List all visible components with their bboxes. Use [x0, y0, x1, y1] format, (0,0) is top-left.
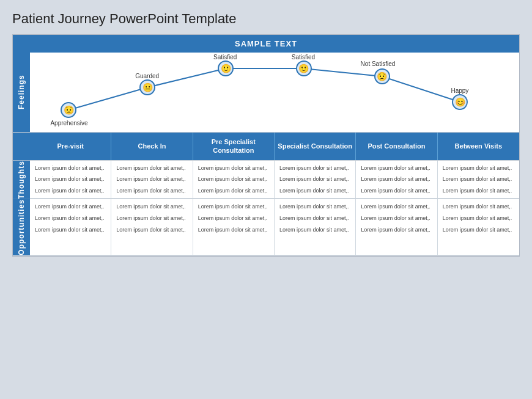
- cell-text-1: Lorem ipsum dolor sit amet,.: [198, 175, 269, 183]
- feelings-chart: 😟Apprehensive😐Guarded🙂Satisfied🙂Satisfie…: [30, 53, 519, 132]
- data-cell: Lorem ipsum dolor sit amet,.Lorem ipsum …: [356, 199, 437, 255]
- cell-text-0: Lorem ipsum dolor sit amet,.: [116, 164, 187, 172]
- feeling-label-2: Satisfied: [213, 54, 237, 60]
- feelings-row: Feelings 😟Apprehensive😐Guarded🙂Satisfied…: [13, 53, 519, 133]
- cell-text-1: Lorem ipsum dolor sit amet,.: [198, 214, 269, 222]
- feeling-emoji-3: 🙂: [296, 60, 312, 76]
- cell-text-1: Lorem ipsum dolor sit amet,.: [35, 175, 106, 183]
- feeling-emoji-2: 🙂: [218, 60, 234, 76]
- cell-text-2: Lorem ipsum dolor sit amet,.: [198, 226, 269, 234]
- cell-text-0: Lorem ipsum dolor sit amet,.: [198, 164, 269, 172]
- thoughts-label: Thoughts: [13, 161, 30, 199]
- col-header-2: Pre Specialist Consultation: [193, 133, 275, 160]
- feeling-label-0: Apprehensive: [50, 120, 87, 126]
- data-cell: Lorem ipsum dolor sit amet,.Lorem ipsum …: [30, 199, 111, 255]
- headers-row: Pre-visitCheck InPre Specialist Consulta…: [13, 133, 519, 161]
- data-cell: Lorem ipsum dolor sit amet,.Lorem ipsum …: [438, 199, 519, 255]
- data-cell: Lorem ipsum dolor sit amet,.Lorem ipsum …: [193, 199, 275, 255]
- cell-text-1: Lorem ipsum dolor sit amet,.: [361, 214, 432, 222]
- data-cell: Lorem ipsum dolor sit amet,.Lorem ipsum …: [438, 161, 519, 199]
- cell-text-1: Lorem ipsum dolor sit amet,.: [361, 175, 432, 183]
- cell-text-2: Lorem ipsum dolor sit amet,.: [443, 226, 514, 234]
- cell-text-2: Lorem ipsum dolor sit amet,.: [279, 187, 350, 195]
- cell-text-2: Lorem ipsum dolor sit amet,.: [361, 226, 432, 234]
- cell-text-1: Lorem ipsum dolor sit amet,.: [443, 214, 514, 222]
- cell-text-2: Lorem ipsum dolor sit amet,.: [198, 187, 269, 195]
- page-title: Patient Journey PowerPoint Template: [12, 11, 520, 27]
- headers-grid: Pre-visitCheck InPre Specialist Consulta…: [30, 133, 519, 160]
- col-header-4: Post Consultation: [356, 133, 437, 160]
- cell-text-2: Lorem ipsum dolor sit amet,.: [35, 226, 106, 234]
- feeling-label-5: Happy: [451, 87, 468, 94]
- feeling-label-3: Satisfied: [292, 54, 315, 60]
- cell-text-1: Lorem ipsum dolor sit amet,.: [116, 214, 187, 222]
- cell-text-1: Lorem ipsum dolor sit amet,.: [279, 175, 350, 183]
- sample-text-bar: SAMPLE TEXT: [13, 35, 519, 53]
- cell-text-2: Lorem ipsum dolor sit amet,.: [443, 187, 514, 195]
- feeling-emoji-1: 😐: [139, 79, 155, 95]
- cell-text-0: Lorem ipsum dolor sit amet,.: [198, 203, 269, 211]
- feeling-emoji-4: 😟: [374, 68, 390, 84]
- data-cell: Lorem ipsum dolor sit amet,.Lorem ipsum …: [111, 161, 193, 199]
- col-header-5: Between Visits: [438, 133, 519, 160]
- opportunities-section: Opportunities Lorem ipsum dolor sit amet…: [13, 199, 519, 256]
- main-container: SAMPLE TEXT Feelings 😟Apprehensive😐Guard…: [12, 34, 520, 257]
- cell-text-0: Lorem ipsum dolor sit amet,.: [443, 164, 514, 172]
- cell-text-0: Lorem ipsum dolor sit amet,.: [279, 164, 350, 172]
- data-cell: Lorem ipsum dolor sit amet,.Lorem ipsum …: [275, 199, 356, 255]
- cell-text-1: Lorem ipsum dolor sit amet,.: [116, 175, 187, 183]
- cell-text-0: Lorem ipsum dolor sit amet,.: [35, 164, 106, 172]
- col-header-3: Specialist Consultation: [275, 133, 356, 160]
- cell-text-2: Lorem ipsum dolor sit amet,.: [116, 226, 187, 234]
- cell-text-1: Lorem ipsum dolor sit amet,.: [443, 175, 514, 183]
- cell-text-0: Lorem ipsum dolor sit amet,.: [279, 203, 350, 211]
- opportunities-grid: Lorem ipsum dolor sit amet,.Lorem ipsum …: [30, 199, 519, 255]
- cell-text-0: Lorem ipsum dolor sit amet,.: [443, 203, 514, 211]
- col-header-0: Pre-visit: [30, 133, 111, 160]
- feeling-label-4: Not Satisfied: [361, 60, 396, 67]
- data-cell: Lorem ipsum dolor sit amet,.Lorem ipsum …: [30, 161, 111, 199]
- thoughts-section: Thoughts Lorem ipsum dolor sit amet,.Lor…: [13, 161, 519, 200]
- cell-text-2: Lorem ipsum dolor sit amet,.: [279, 226, 350, 234]
- cell-text-1: Lorem ipsum dolor sit amet,.: [35, 214, 106, 222]
- cell-text-0: Lorem ipsum dolor sit amet,.: [116, 203, 187, 211]
- opportunities-label: Opportunities: [13, 199, 30, 255]
- thoughts-grid: Lorem ipsum dolor sit amet,.Lorem ipsum …: [30, 161, 519, 199]
- cell-text-0: Lorem ipsum dolor sit amet,.: [361, 203, 432, 211]
- data-cell: Lorem ipsum dolor sit amet,.Lorem ipsum …: [356, 161, 437, 199]
- header-spacer: [13, 133, 30, 160]
- feelings-line-chart: [30, 53, 519, 132]
- cell-text-0: Lorem ipsum dolor sit amet,.: [35, 203, 106, 211]
- cell-text-1: Lorem ipsum dolor sit amet,.: [279, 214, 350, 222]
- cell-text-2: Lorem ipsum dolor sit amet,.: [116, 187, 187, 195]
- cell-text-2: Lorem ipsum dolor sit amet,.: [35, 187, 106, 195]
- feelings-label: Feelings: [13, 53, 30, 132]
- data-cell: Lorem ipsum dolor sit amet,.Lorem ipsum …: [193, 161, 275, 199]
- data-cell: Lorem ipsum dolor sit amet,.Lorem ipsum …: [111, 199, 193, 255]
- cell-text-0: Lorem ipsum dolor sit amet,.: [361, 164, 432, 172]
- col-header-1: Check In: [111, 133, 193, 160]
- data-cell: Lorem ipsum dolor sit amet,.Lorem ipsum …: [275, 161, 356, 199]
- cell-text-2: Lorem ipsum dolor sit amet,.: [361, 187, 432, 195]
- feeling-label-1: Guarded: [135, 73, 159, 79]
